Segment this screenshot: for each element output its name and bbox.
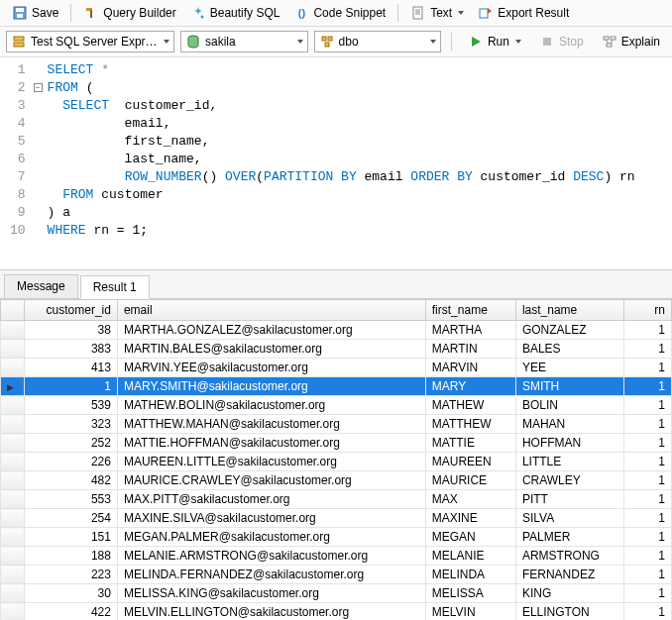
table-row[interactable]: 553MAX.PITT@sakilacustomer.orgMAXPITT1 (1, 490, 672, 509)
tab-message[interactable]: Message (4, 274, 78, 298)
row-handle[interactable] (1, 528, 25, 547)
cell-email[interactable]: MARTHA.GONZALEZ@sakilacustomer.org (117, 321, 425, 340)
row-handle[interactable] (1, 584, 25, 603)
cell-rn[interactable]: 1 (624, 359, 672, 377)
text-button[interactable]: Text (404, 3, 470, 23)
cell-email[interactable]: MARTIN.BALES@sakilacustomer.org (117, 340, 425, 359)
cell-last_name[interactable]: CRAWLEY (515, 471, 623, 490)
cell-last_name[interactable]: KING (515, 584, 623, 603)
cell-email[interactable]: MATTHEW.MAHAN@sakilacustomer.org (117, 415, 425, 434)
cell-rn[interactable]: 1 (624, 434, 672, 453)
table-row[interactable]: 30MELISSA.KING@sakilacustomer.orgMELISSA… (1, 584, 672, 603)
cell-rn[interactable]: 1 (624, 603, 672, 621)
table-row[interactable]: 422MELVIN.ELLINGTON@sakilacustomer.orgME… (1, 603, 672, 621)
column-header-rn[interactable]: rn (624, 300, 672, 321)
row-handle[interactable] (1, 396, 25, 415)
row-handle[interactable] (1, 566, 25, 584)
table-row[interactable]: 254MAXINE.SILVA@sakilacustomer.orgMAXINE… (1, 509, 672, 528)
cell-last_name[interactable]: BALES (515, 340, 623, 359)
row-handle[interactable] (1, 547, 25, 566)
cell-email[interactable]: MAX.PITT@sakilacustomer.org (117, 490, 425, 509)
row-handle[interactable] (1, 471, 25, 490)
tab-result-1[interactable]: Result 1 (80, 275, 150, 299)
stop-button[interactable]: Stop (533, 32, 590, 52)
cell-customer_id[interactable]: 226 (24, 453, 117, 471)
cell-email[interactable]: MELINDA.FERNANDEZ@sakilacustomer.org (117, 566, 425, 584)
table-row[interactable]: 413MARVIN.YEE@sakilacustomer.orgMARVINYE… (1, 359, 672, 377)
cell-last_name[interactable]: BOLIN (515, 396, 623, 415)
cell-rn[interactable]: 1 (624, 566, 672, 584)
cell-last_name[interactable]: SMITH (515, 377, 623, 396)
cell-customer_id[interactable]: 482 (24, 471, 117, 490)
table-row[interactable]: 323MATTHEW.MAHAN@sakilacustomer.orgMATTH… (1, 415, 672, 434)
cell-first_name[interactable]: MAX (425, 490, 515, 509)
cell-last_name[interactable]: LITTLE (515, 453, 623, 471)
cell-email[interactable]: MEGAN.PALMER@sakilacustomer.org (117, 528, 425, 547)
row-handle[interactable] (1, 321, 25, 340)
table-row[interactable]: 223MELINDA.FERNANDEZ@sakilacustomer.orgM… (1, 566, 672, 584)
cell-customer_id[interactable]: 151 (24, 528, 117, 547)
cell-email[interactable]: MARY.SMITH@sakilacustomer.org (117, 377, 425, 396)
beautify-sql-button[interactable]: Beautify SQL (184, 3, 286, 23)
code-area[interactable]: SELECT *FROM ( SELECT customer_id, email… (48, 61, 672, 240)
cell-rn[interactable]: 1 (624, 415, 672, 434)
cell-rn[interactable]: 1 (624, 377, 672, 396)
column-header-customer_id[interactable]: customer_id (24, 300, 117, 321)
row-handle[interactable] (1, 603, 25, 621)
cell-email[interactable]: MARVIN.YEE@sakilacustomer.org (117, 359, 425, 377)
table-row[interactable]: 226MAUREEN.LITTLE@sakilacustomer.orgMAUR… (1, 453, 672, 471)
cell-last_name[interactable]: GONZALEZ (515, 321, 623, 340)
row-handle[interactable] (1, 377, 25, 396)
table-row[interactable]: 151MEGAN.PALMER@sakilacustomer.orgMEGANP… (1, 528, 672, 547)
table-row[interactable]: 1MARY.SMITH@sakilacustomer.orgMARYSMITH1 (1, 377, 672, 396)
result-grid[interactable]: customer_idemailfirst_namelast_namern38M… (0, 299, 672, 620)
cell-email[interactable]: MELVIN.ELLINGTON@sakilacustomer.org (117, 603, 425, 621)
cell-email[interactable]: MAXINE.SILVA@sakilacustomer.org (117, 509, 425, 528)
cell-rn[interactable]: 1 (624, 396, 672, 415)
column-header-last_name[interactable]: last_name (515, 300, 623, 321)
cell-first_name[interactable]: MEGAN (425, 528, 515, 547)
cell-email[interactable]: MATTIE.HOFFMAN@sakilacustomer.org (117, 434, 425, 453)
cell-customer_id[interactable]: 413 (24, 359, 117, 377)
cell-customer_id[interactable]: 323 (24, 415, 117, 434)
cell-email[interactable]: MELISSA.KING@sakilacustomer.org (117, 584, 425, 603)
cell-last_name[interactable]: FERNANDEZ (515, 566, 623, 584)
query-builder-button[interactable]: Query Builder (77, 3, 181, 23)
cell-last_name[interactable]: YEE (515, 359, 623, 377)
cell-last_name[interactable]: HOFFMAN (515, 434, 623, 453)
cell-customer_id[interactable]: 383 (24, 340, 117, 359)
cell-first_name[interactable]: MELVIN (425, 603, 515, 621)
cell-customer_id[interactable]: 223 (24, 566, 117, 584)
export-result-button[interactable]: Export Result (472, 3, 575, 23)
cell-customer_id[interactable]: 252 (24, 434, 117, 453)
cell-first_name[interactable]: MARVIN (425, 359, 515, 377)
cell-first_name[interactable]: MARTHA (425, 321, 515, 340)
cell-rn[interactable]: 1 (624, 528, 672, 547)
schema-combo[interactable]: dbo (314, 31, 442, 52)
row-handle[interactable] (1, 453, 25, 471)
cell-first_name[interactable]: MELANIE (425, 547, 515, 566)
cell-first_name[interactable]: MAURICE (425, 471, 515, 490)
cell-customer_id[interactable]: 1 (24, 377, 117, 396)
database-combo[interactable]: sakila (180, 31, 308, 52)
table-row[interactable]: 383MARTIN.BALES@sakilacustomer.orgMARTIN… (1, 340, 672, 359)
cell-email[interactable]: MAURICE.CRAWLEY@sakilacustomer.org (117, 471, 425, 490)
cell-rn[interactable]: 1 (624, 584, 672, 603)
cell-last_name[interactable]: SILVA (515, 509, 623, 528)
cell-customer_id[interactable]: 188 (24, 547, 117, 566)
cell-email[interactable]: MAUREEN.LITTLE@sakilacustomer.org (117, 453, 425, 471)
row-handle[interactable] (1, 340, 25, 359)
row-handle[interactable] (1, 415, 25, 434)
row-handle[interactable] (1, 359, 25, 377)
table-row[interactable]: 539MATHEW.BOLIN@sakilacustomer.orgMATHEW… (1, 396, 672, 415)
cell-email[interactable]: MELANIE.ARMSTRONG@sakilacustomer.org (117, 547, 425, 566)
fold-toggle[interactable]: − (34, 83, 43, 92)
row-handle[interactable] (1, 509, 25, 528)
cell-first_name[interactable]: MAUREEN (425, 453, 515, 471)
explain-button[interactable]: Explain (596, 32, 666, 52)
cell-first_name[interactable]: MELISSA (425, 584, 515, 603)
run-button[interactable]: Run (462, 32, 527, 52)
save-button[interactable]: Save (6, 3, 64, 23)
cell-rn[interactable]: 1 (624, 321, 672, 340)
cell-rn[interactable]: 1 (624, 340, 672, 359)
